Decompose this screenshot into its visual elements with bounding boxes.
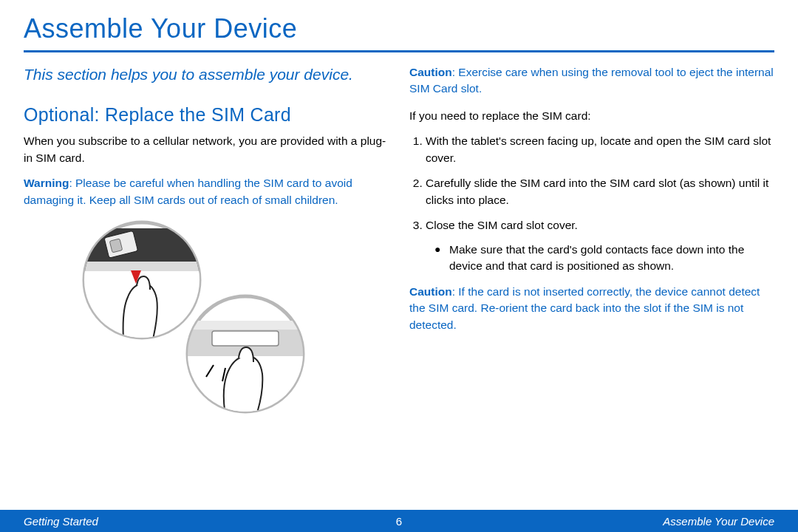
section-intro: This section helps you to assemble your … [24, 64, 389, 85]
steps-list: With the tablet's screen facing up, loca… [409, 133, 774, 274]
footer-page-number: 6 [396, 515, 402, 528]
content-columns: This section helps you to assemble your … [24, 64, 774, 409]
svg-rect-11 [183, 321, 308, 330]
step-item: With the tablet's screen facing up, loca… [426, 133, 774, 166]
footer-right: Assemble Your Device [663, 515, 774, 528]
intro-paragraph: When you subscribe to a cellular network… [24, 133, 389, 166]
illustration-area [24, 217, 389, 409]
caution1-label: Caution [409, 66, 452, 78]
page-footer: Getting Started 6 Assemble Your Device [0, 510, 798, 532]
replace-heading: If you need to replace the SIM card: [409, 108, 774, 124]
caution2-label: Caution [409, 285, 452, 298]
caution1-paragraph: Caution: Exercise care when using the re… [409, 64, 774, 98]
sub-bullet-list: Make sure that the card's gold contacts … [426, 242, 774, 275]
sim-close-illustration [183, 291, 308, 417]
document-page: Assemble Your Device This section helps … [0, 0, 798, 532]
warning-text: : Please be careful when handling the SI… [24, 177, 352, 205]
subsection-heading: Optional: Replace the SIM Card [24, 104, 389, 126]
step-item: Close the SIM card slot cover. Make sure… [426, 217, 774, 274]
caution1-text: : Exercise care when using the removal t… [409, 66, 774, 95]
step-item: Carefully slide the SIM card into the SI… [426, 175, 774, 208]
caution2-paragraph: Caution: If the card is not inserted cor… [409, 284, 774, 333]
step3-text: Close the SIM card slot cover. [426, 219, 578, 231]
left-column: This section helps you to assemble your … [24, 64, 389, 409]
right-column: Caution: Exercise care when using the re… [409, 64, 774, 409]
warning-label: Warning [24, 177, 69, 189]
page-title: Assemble Your Device [24, 13, 774, 50]
svg-rect-12 [212, 331, 279, 346]
footer-left: Getting Started [24, 515, 98, 528]
caution2-text: : If the card is not inserted correctly,… [409, 285, 760, 331]
title-rule [24, 50, 774, 52]
warning-paragraph: Warning: Please be careful when handling… [24, 175, 389, 208]
bullet-item: Make sure that the card's gold contacts … [439, 242, 774, 275]
